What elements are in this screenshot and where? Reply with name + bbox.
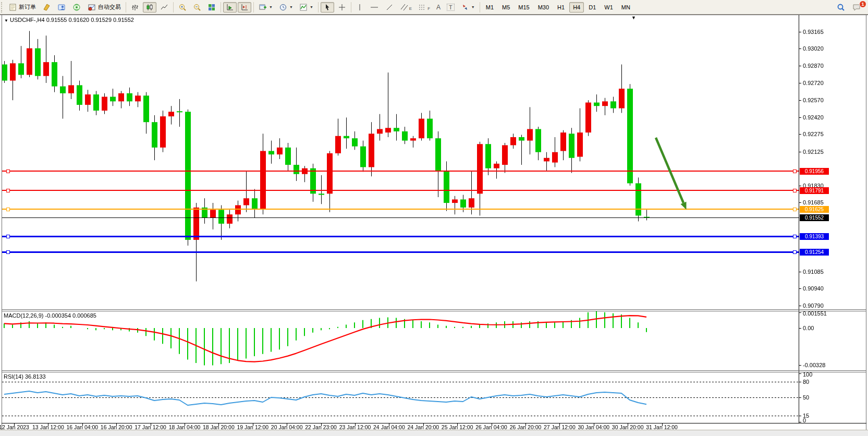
chart-left-border — [2, 15, 2, 430]
price-axis[interactable] — [799, 15, 866, 423]
line-handle[interactable] — [6, 189, 10, 192]
line-handle[interactable] — [793, 189, 797, 192]
line-handle[interactable] — [793, 208, 797, 211]
macd-splitter[interactable] — [2, 311, 866, 311]
line-handle[interactable] — [6, 235, 10, 238]
terminal-window: 新订单 自动交易 — [0, 0, 868, 436]
symbol-ohlc-text: USDCHF-,H4 0.91555 0.91620 0.91529 0.915… — [10, 17, 134, 23]
pivot-line[interactable] — [2, 209, 799, 210]
line-handle[interactable] — [793, 235, 797, 238]
symbol-ohlc-label: ▼ USDCHF-,H4 0.91555 0.91620 0.91529 0.9… — [4, 17, 134, 23]
chart-shift-marker[interactable]: ▼ — [631, 15, 636, 20]
resistance-line-1[interactable] — [2, 171, 799, 172]
chart-top-border — [0, 15, 868, 15]
support-line-2[interactable] — [2, 251, 799, 253]
resistance-line-2[interactable] — [2, 190, 799, 191]
rsi-indicator-label: RSI(14) 36.8133 — [4, 373, 46, 380]
macd-splitter[interactable] — [2, 309, 866, 310]
time-axis[interactable] — [2, 423, 799, 430]
line-handle[interactable] — [793, 169, 797, 173]
support-line-1[interactable] — [2, 236, 799, 237]
status-strip — [0, 430, 868, 436]
line-handle[interactable] — [6, 208, 10, 211]
line-handle[interactable] — [793, 250, 797, 254]
rsi-splitter[interactable] — [2, 370, 866, 371]
line-handle[interactable] — [6, 250, 10, 254]
line-handle[interactable] — [6, 169, 10, 173]
macd-indicator-label: MACD(12,26,9) -0.000354 0.000685 — [4, 312, 96, 319]
collapse-arrow-icon[interactable]: ▼ — [4, 18, 8, 23]
rsi-splitter[interactable] — [2, 372, 866, 372]
current-price-line[interactable] — [2, 217, 799, 218]
